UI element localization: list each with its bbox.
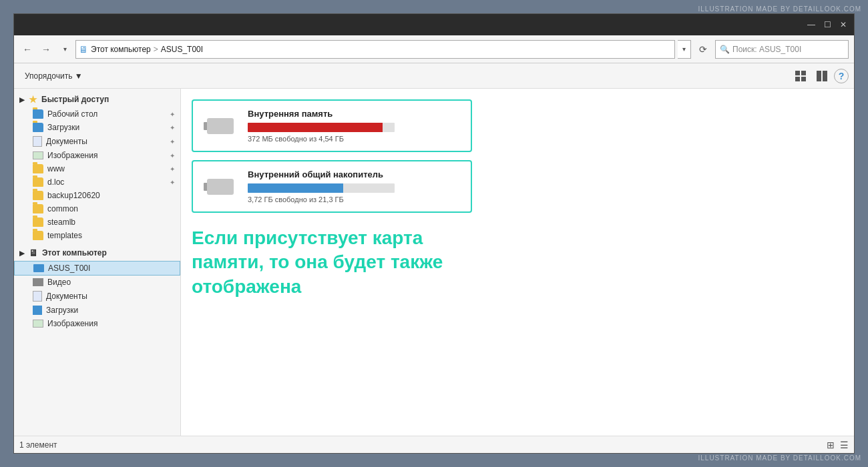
statusbar: 1 элемент ⊞ ☰ xyxy=(14,436,854,453)
docs2-icon xyxy=(33,291,42,302)
info-text-line3: отображена xyxy=(192,275,843,299)
images-label: Изображения xyxy=(47,151,97,160)
sidebar-item-downloads[interactable]: Загрузки ✦ xyxy=(14,121,180,134)
internal-memory-usb-icon xyxy=(204,114,237,138)
sidebar-item-desktop[interactable]: Рабочий стол ✦ xyxy=(14,107,180,121)
watermark-bottom: ILLUSTRATION MADE BY DETAILLOOK.COM xyxy=(698,454,862,462)
refresh-button[interactable]: ⟳ xyxy=(694,40,712,59)
search-icon: 🔍 xyxy=(720,45,730,54)
search-box[interactable]: 🔍 Поиск: ASUS_T00I xyxy=(715,40,849,59)
internal-memory-bar xyxy=(248,123,383,132)
sidebar: ▶ ★ Быстрый доступ Рабочий стол ✦ Загруз… xyxy=(14,89,181,436)
sidebar-item-templates[interactable]: templates xyxy=(14,229,180,242)
path-icon: 🖥 xyxy=(79,44,88,55)
address-dropdown-button[interactable]: ▾ xyxy=(678,40,691,59)
sort-button[interactable]: Упорядочить ▼ xyxy=(19,69,88,83)
images2-icon xyxy=(33,320,43,328)
pin-icon-documents: ✦ xyxy=(170,138,175,145)
toolbar: Упорядочить ▼ ? xyxy=(14,63,854,89)
view-tiles-button[interactable] xyxy=(791,67,810,85)
sidebar-item-steamlb[interactable]: steamlb xyxy=(14,215,180,229)
documents-label: Документы xyxy=(46,137,87,146)
sidebar-item-asus-t00i[interactable]: ASUS_T00I xyxy=(14,261,180,276)
close-button[interactable]: ✕ xyxy=(838,19,849,30)
sidebar-item-downloads2[interactable]: Загрузки xyxy=(14,304,180,317)
quickaccess-chevron-icon: ▶ xyxy=(19,96,25,103)
pin-icon-www: ✦ xyxy=(170,165,175,173)
sidebar-item-images[interactable]: Изображения ✦ xyxy=(14,149,180,162)
pin-icon-downloads: ✦ xyxy=(170,124,175,131)
restore-button[interactable]: ☐ xyxy=(822,19,833,30)
dloc-folder-icon xyxy=(33,177,43,187)
sidebar-section-quickaccess[interactable]: ▶ ★ Быстрый доступ xyxy=(14,91,180,107)
sidebar-item-images2[interactable]: Изображения xyxy=(14,317,180,330)
minimize-button[interactable]: — xyxy=(806,19,817,30)
storage-card-internal-memory[interactable]: Внутренняя память 372 МБ свободно из 4,5… xyxy=(192,99,472,152)
dropdown-nav-button[interactable]: ▾ xyxy=(57,41,73,57)
svg-rect-0 xyxy=(795,71,800,75)
asus-drive-icon xyxy=(33,264,44,272)
internal-memory-name: Внутренняя память xyxy=(248,109,460,119)
desktop-label: Рабочий стол xyxy=(47,109,97,119)
info-text: Если присутствует карта памяти, то она б… xyxy=(192,226,843,299)
watermark-top: ILLUSTRATION MADE BY DETAILLOOK.COM xyxy=(698,5,862,13)
info-text-line2: памяти, то она будет также xyxy=(192,250,843,274)
templates-label: templates xyxy=(47,231,82,240)
downloads-label: Загрузки xyxy=(47,123,79,132)
downloads2-icon xyxy=(33,306,42,315)
sidebar-item-common[interactable]: common xyxy=(14,202,180,215)
internal-shared-bar-container xyxy=(248,183,395,193)
back-button[interactable]: ← xyxy=(19,41,35,57)
dloc-label: d.loc xyxy=(47,177,64,187)
steamlb-label: steamlb xyxy=(47,217,75,227)
common-folder-icon xyxy=(33,204,43,213)
sidebar-item-www[interactable]: www ✦ xyxy=(14,162,180,175)
forward-button[interactable]: → xyxy=(38,41,54,57)
templates-folder-icon xyxy=(33,231,43,240)
toolbar-right: ? xyxy=(791,67,849,85)
images2-label: Изображения xyxy=(47,319,97,328)
svg-rect-4 xyxy=(817,71,821,81)
asus-label: ASUS_T00I xyxy=(48,264,90,273)
downloads2-label: Загрузки xyxy=(46,306,78,315)
sidebar-item-docs2[interactable]: Документы xyxy=(14,289,180,304)
www-folder-icon xyxy=(33,164,43,173)
svg-rect-3 xyxy=(801,77,806,81)
backup-folder-icon xyxy=(33,191,43,200)
steamlb-folder-icon xyxy=(33,217,43,227)
statusbar-view-list-icon[interactable]: ☰ xyxy=(840,440,849,450)
images-icon xyxy=(33,151,43,159)
internal-shared-usb-icon xyxy=(204,175,237,199)
addressbar: ← → ▾ 🖥 Этот компьютер > ASUS_T00I ▾ ⟳ 🔍… xyxy=(14,35,854,63)
common-label: common xyxy=(47,204,78,213)
video-label: Видео xyxy=(47,278,71,287)
svg-rect-5 xyxy=(823,71,827,81)
titlebar: — ☐ ✕ xyxy=(14,14,854,35)
statusbar-view-grid-icon[interactable]: ⊞ xyxy=(827,440,835,450)
help-button[interactable]: ? xyxy=(834,69,849,83)
path-separator-1: > xyxy=(154,45,158,54)
thiscomputer-label: Этот компьютер xyxy=(42,248,107,258)
address-path[interactable]: 🖥 Этот компьютер > ASUS_T00I xyxy=(75,40,675,59)
content-area: Внутренняя память 372 МБ свободно из 4,5… xyxy=(181,89,854,436)
internal-memory-size: 372 МБ свободно из 4,54 ГБ xyxy=(248,135,460,143)
pin-icon-dloc: ✦ xyxy=(170,179,175,186)
sidebar-item-documents[interactable]: Документы ✦ xyxy=(14,134,180,149)
search-text: Поиск: ASUS_T00I xyxy=(732,45,801,54)
sidebar-item-video[interactable]: Видео xyxy=(14,276,180,289)
desktop-folder-icon xyxy=(33,109,43,119)
sidebar-item-backup[interactable]: backup120620 xyxy=(14,189,180,202)
sidebar-item-dloc[interactable]: d.loc ✦ xyxy=(14,175,180,189)
statusbar-right: ⊞ ☰ xyxy=(827,440,849,450)
view-pane-button[interactable] xyxy=(813,67,831,85)
svg-rect-1 xyxy=(801,71,806,75)
quickaccess-label: Быстрый доступ xyxy=(41,95,109,104)
storage-card-internal-shared[interactable]: Внутренний общий накопитель 3,72 ГБ своб… xyxy=(192,160,472,213)
items-count: 1 элемент xyxy=(19,440,57,450)
documents-icon xyxy=(33,136,42,147)
internal-shared-name: Внутренний общий накопитель xyxy=(248,169,460,179)
docs2-label: Документы xyxy=(46,292,87,301)
sidebar-section-thiscomputer[interactable]: ▶ 🖥 Этот компьютер xyxy=(14,245,180,261)
path-current-folder: ASUS_T00I xyxy=(161,45,203,54)
quickaccess-star-icon: ★ xyxy=(29,94,37,105)
